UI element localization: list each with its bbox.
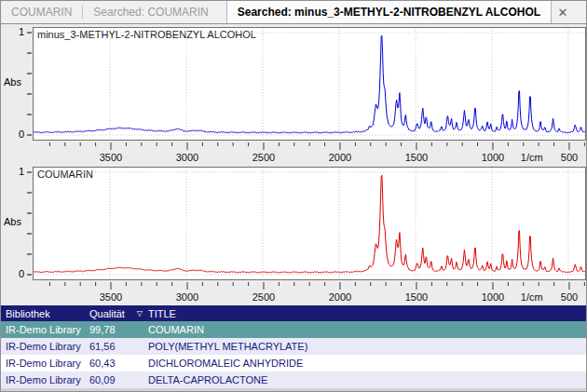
svg-text:1500: 1500 <box>405 152 428 163</box>
cell-quality: 60,09 <box>85 374 148 385</box>
sort-descending-icon: ▽ <box>137 309 143 318</box>
search-results-table: Bibliothek Qualität ▽ TITLE IR-Demo Libr… <box>1 305 586 388</box>
cell-library: IR-Demo Library <box>1 374 85 385</box>
tab-searched-minus-3-methyl-2-nitrobenzyl-alcohol[interactable]: Searched: minus_3-METHYL-2-NITROBENZYL A… <box>226 1 552 23</box>
cell-library: IR-Demo Library <box>1 341 85 352</box>
svg-text:500: 500 <box>561 291 578 303</box>
x-axis-searched: 3500300025002000150010001/cm500 <box>34 141 587 167</box>
tab-searched-coumarin[interactable]: Searched: COUMARIN <box>83 1 218 23</box>
cell-title: COUMARIN <box>148 324 586 335</box>
table-row-coumarin[interactable]: IR-Demo Library 99,78 COUMARIN <box>1 321 586 338</box>
spectrum-block-reference: 1 Abs 0 COUMARIN 35003000250020001500100… <box>1 167 586 305</box>
svg-text:3000: 3000 <box>176 152 198 163</box>
cell-library: IR-Demo Library <box>1 324 85 335</box>
svg-text:3500: 3500 <box>100 291 122 303</box>
column-header-qualitaet[interactable]: Qualität ▽ <box>85 308 148 319</box>
svg-text:1/cm: 1/cm <box>521 291 543 303</box>
svg-text:2000: 2000 <box>329 152 351 163</box>
x-axis-reference: 3500300025002000150010001/cm500 <box>34 280 587 305</box>
table-header: Bibliothek Qualität ▽ TITLE <box>1 305 586 321</box>
table-row-delta-caprolactone[interactable]: IR-Demo Library 60,09 DELTA-CAPROLACTONE <box>1 372 586 388</box>
column-header-title[interactable]: TITLE <box>148 308 586 319</box>
svg-text:2500: 2500 <box>253 291 275 303</box>
svg-text:2500: 2500 <box>253 152 275 163</box>
tab-coumarin[interactable]: COUMARIN <box>1 1 82 23</box>
cell-library: IR-Demo Library <box>1 358 85 369</box>
column-header-qualitaet-label: Qualität <box>89 308 125 319</box>
svg-text:1000: 1000 <box>482 152 504 163</box>
application-window: COUMARIN Searched: COUMARIN Searched: mi… <box>0 0 587 392</box>
cell-title: POLY(METHYL METHACRYLATE) <box>148 341 586 352</box>
svg-text:500: 500 <box>561 152 578 163</box>
cell-title: DELTA-CAPROLACTONE <box>148 374 586 385</box>
spectrum-block-searched: 1 Abs 0 minus_3-METHYL-2-NITROBENZYL ALC… <box>1 27 586 167</box>
svg-text:2000: 2000 <box>329 291 351 303</box>
plot-area-searched[interactable]: minus_3-METHYL-2-NITROBENZYL ALCOHOL <box>33 27 586 141</box>
close-icon[interactable]: ✕ <box>554 1 571 24</box>
tab-bar: COUMARIN Searched: COUMARIN Searched: mi… <box>1 1 586 24</box>
svg-text:1/cm: 1/cm <box>521 152 543 163</box>
cell-title: DICHLOROMALEIC ANHYDRIDE <box>148 358 586 369</box>
table-row-dichloromaleic-anhydride[interactable]: IR-Demo Library 60,43 DICHLOROMALEIC ANH… <box>1 355 586 372</box>
cell-quality: 99,78 <box>85 324 148 335</box>
y-axis-reference: 1 Abs 0 <box>1 167 33 280</box>
cell-quality: 61,56 <box>85 341 148 352</box>
bottom-strip <box>1 388 586 391</box>
column-header-bibliothek[interactable]: Bibliothek <box>1 308 85 319</box>
plot-area-reference[interactable]: COUMARIN <box>33 167 586 280</box>
svg-text:1000: 1000 <box>482 291 504 303</box>
svg-text:3000: 3000 <box>176 291 198 303</box>
y-axis-searched: 1 Abs 0 <box>1 27 33 141</box>
spectra-panel: 1 Abs 0 minus_3-METHYL-2-NITROBENZYL ALC… <box>1 24 586 305</box>
svg-text:1500: 1500 <box>405 291 428 303</box>
cell-quality: 60,43 <box>85 358 148 369</box>
svg-text:3500: 3500 <box>100 152 122 163</box>
table-row-pmma[interactable]: IR-Demo Library 61,56 POLY(METHYL METHAC… <box>1 338 586 355</box>
